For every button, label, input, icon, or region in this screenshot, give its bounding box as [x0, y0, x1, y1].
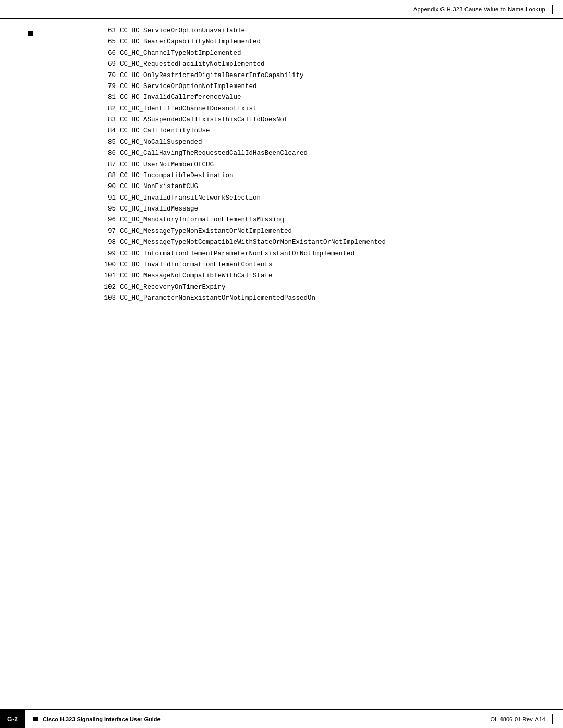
code-number: 90: [94, 182, 116, 192]
page-number: G-2: [0, 710, 25, 728]
code-value: CC_HC_InvalidTransitNetworkSelection: [120, 193, 261, 203]
code-value: CC_HC_CallHavingTheRequestedCallIdHasBee…: [120, 149, 308, 158]
list-item: 85CC_HC_NoCallSuspended: [94, 138, 532, 147]
code-number: 102: [94, 282, 116, 292]
code-number: 81: [94, 93, 116, 103]
list-item: 82CC_HC_IdentifiedChannelDoesnotExist: [94, 104, 532, 114]
page-header: Appendix G H.323 Cause Value-to-Name Loo…: [0, 0, 563, 19]
list-item: 81CC_HC_InvalidCallreferenceValue: [94, 93, 532, 103]
footer-doc-title: Cisco H.323 Signaling Interface User Gui…: [25, 716, 161, 722]
code-list: 63CC_HC_ServiceOrOptionUnavailable65CC_H…: [94, 26, 532, 303]
main-content: 63CC_HC_ServiceOrOptionUnavailable65CC_H…: [94, 26, 532, 702]
list-item: 84CC_HC_CallIdentityInUse: [94, 126, 532, 136]
code-number: 87: [94, 160, 116, 170]
list-item: 96CC_HC_MandatoryInformationElementIsMis…: [94, 215, 532, 225]
page: Appendix G H.323 Cause Value-to-Name Loo…: [0, 0, 563, 728]
list-item: 98CC_HC_MessageTypeNotCompatibleWithStat…: [94, 238, 532, 248]
code-value: CC_HC_InvalidInformationElementContents: [120, 260, 273, 270]
code-value: CC_HC_BearerCapabilityNotImplemented: [120, 37, 261, 47]
list-item: 91CC_HC_InvalidTransitNetworkSelection: [94, 193, 532, 203]
code-value: CC_HC_ServiceOrOptionUnavailable: [120, 26, 245, 36]
code-value: CC_HC_ParameterNonExistantOrNotImplement…: [120, 293, 315, 303]
list-item: 79CC_HC_ServiceOrOptionNotImplemented: [94, 82, 532, 92]
code-number: 66: [94, 48, 116, 58]
code-value: CC_HC_CallIdentityInUse: [120, 126, 210, 136]
list-item: 99CC_HC_InformationElementParameterNonEx…: [94, 249, 532, 259]
code-value: CC_HC_RequestedFacilityNotImplemented: [120, 59, 265, 69]
code-value: CC_HC_ChannelTypeNotImplemented: [120, 48, 241, 58]
code-number: 95: [94, 204, 116, 214]
code-number: 91: [94, 193, 116, 203]
code-value: CC_HC_OnlyRestrictedDigitalBearerInfoCap…: [120, 71, 304, 81]
list-item: 103CC_HC_ParameterNonExistantOrNotImplem…: [94, 293, 532, 303]
code-number: 65: [94, 37, 116, 47]
code-number: 88: [94, 171, 116, 181]
code-number: 84: [94, 126, 116, 136]
code-number: 79: [94, 82, 116, 92]
code-number: 96: [94, 215, 116, 225]
code-value: CC_HC_MessageTypeNotCompatibleWithStateO…: [120, 238, 386, 248]
list-item: 100CC_HC_InvalidInformationElementConten…: [94, 260, 532, 270]
code-number: 63: [94, 26, 116, 36]
code-number: 83: [94, 115, 116, 125]
code-value: CC_HC_IncompatibleDestination: [120, 171, 234, 181]
code-number: 98: [94, 238, 116, 248]
list-item: 101CC_HC_MessageNotCompatibleWithCallSta…: [94, 271, 532, 281]
list-item: 90CC_HC_NonExistantCUG: [94, 182, 532, 192]
page-footer: G-2 Cisco H.323 Signaling Interface User…: [0, 709, 563, 728]
margin-decoration: [28, 31, 33, 36]
list-item: 95CC_HC_InvalidMessage: [94, 204, 532, 214]
code-value: CC_HC_UserNotMemberOfCUG: [120, 160, 214, 170]
code-value: CC_HC_IdentifiedChannelDoesnotExist: [120, 104, 257, 114]
code-value: CC_HC_MandatoryInformationElementIsMissi…: [120, 215, 284, 225]
code-number: 99: [94, 249, 116, 259]
list-item: 102CC_HC_RecoveryOnTimerExpiry: [94, 282, 532, 292]
list-item: 69CC_HC_RequestedFacilityNotImplemented: [94, 59, 532, 69]
code-value: CC_HC_NoCallSuspended: [120, 138, 202, 147]
code-number: 97: [94, 227, 116, 237]
code-number: 85: [94, 138, 116, 147]
header-title: Appendix G H.323 Cause Value-to-Name Loo…: [413, 6, 545, 13]
code-number: 101: [94, 271, 116, 281]
code-number: 70: [94, 71, 116, 81]
list-item: 87CC_HC_UserNotMemberOfCUG: [94, 160, 532, 170]
code-value: CC_HC_MessageNotCompatibleWithCallState: [120, 271, 273, 281]
footer-left: G-2 Cisco H.323 Signaling Interface User…: [0, 710, 161, 728]
code-number: 103: [94, 293, 116, 303]
footer-doc-number: OL-4806-01 Rev. A14: [490, 714, 563, 724]
list-item: 97CC_HC_MessageTypeNonExistantOrNotImple…: [94, 227, 532, 237]
code-value: CC_HC_InvalidCallreferenceValue: [120, 93, 241, 103]
list-item: 63CC_HC_ServiceOrOptionUnavailable: [94, 26, 532, 36]
list-item: 70CC_HC_OnlyRestrictedDigitalBearerInfoC…: [94, 71, 532, 81]
code-value: CC_HC_ASuspendedCallExistsThisCallIdDoes…: [120, 115, 288, 125]
footer-right-separator: [552, 714, 553, 724]
header-separator: [552, 5, 553, 14]
code-value: CC_HC_NonExistantCUG: [120, 182, 198, 192]
list-item: 88CC_HC_IncompatibleDestination: [94, 171, 532, 181]
code-number: 100: [94, 260, 116, 270]
code-number: 82: [94, 104, 116, 114]
list-item: 66CC_HC_ChannelTypeNotImplemented: [94, 48, 532, 58]
code-number: 69: [94, 59, 116, 69]
code-value: CC_HC_RecoveryOnTimerExpiry: [120, 282, 226, 292]
code-value: CC_HC_ServiceOrOptionNotImplemented: [120, 82, 257, 92]
list-item: 65CC_HC_BearerCapabilityNotImplemented: [94, 37, 532, 47]
code-value: CC_HC_InformationElementParameterNonExis…: [120, 249, 354, 259]
code-value: CC_HC_MessageTypeNonExistantOrNotImpleme…: [120, 227, 292, 237]
doc-number-text: OL-4806-01 Rev. A14: [490, 716, 545, 722]
code-value: CC_HC_InvalidMessage: [120, 204, 198, 214]
list-item: 83CC_HC_ASuspendedCallExistsThisCallIdDo…: [94, 115, 532, 125]
list-item: 86CC_HC_CallHavingTheRequestedCallIdHasB…: [94, 149, 532, 158]
code-number: 86: [94, 149, 116, 158]
